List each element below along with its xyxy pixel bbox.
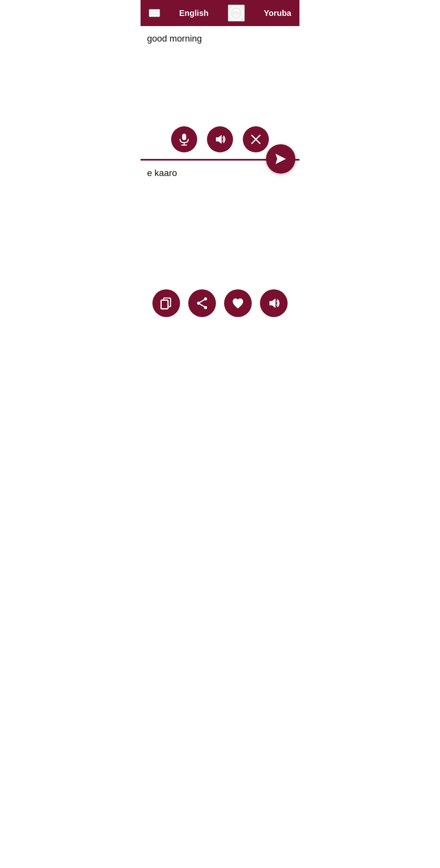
- input-speaker-button[interactable]: [207, 126, 233, 152]
- svg-rect-1: [182, 134, 186, 140]
- svg-line-15: [200, 300, 205, 302]
- output-speaker-button[interactable]: [260, 289, 288, 317]
- svg-rect-10: [161, 300, 168, 309]
- share-button[interactable]: [188, 289, 216, 317]
- svg-marker-4: [216, 135, 222, 144]
- heart-icon: [231, 296, 245, 310]
- swap-languages-button[interactable]: [228, 4, 245, 22]
- svg-marker-17: [269, 298, 275, 308]
- speaker-icon: [213, 133, 227, 146]
- output-action-bar: [141, 289, 299, 317]
- source-language-label: English: [179, 9, 209, 18]
- translate-button[interactable]: [266, 144, 295, 174]
- svg-marker-7: [275, 154, 286, 164]
- app-header: English Yoruba: [141, 0, 299, 26]
- svg-point-0: [230, 7, 243, 20]
- clear-icon: [249, 133, 262, 146]
- input-section: good morning: [141, 26, 299, 161]
- share-icon: [195, 296, 209, 310]
- favorite-button[interactable]: [224, 289, 252, 317]
- menu-button[interactable]: [149, 9, 160, 17]
- input-text: good morning: [147, 33, 293, 45]
- output-speaker-icon: [267, 296, 281, 310]
- svg-line-16: [200, 304, 205, 306]
- copy-button[interactable]: [152, 289, 180, 317]
- target-language-label: Yoruba: [264, 9, 291, 18]
- microphone-icon: [178, 133, 191, 146]
- copy-icon: [159, 296, 173, 310]
- microphone-button[interactable]: [171, 126, 197, 152]
- clear-button[interactable]: [243, 126, 269, 152]
- send-icon: [274, 152, 288, 166]
- output-section: e kaaro: [141, 161, 299, 324]
